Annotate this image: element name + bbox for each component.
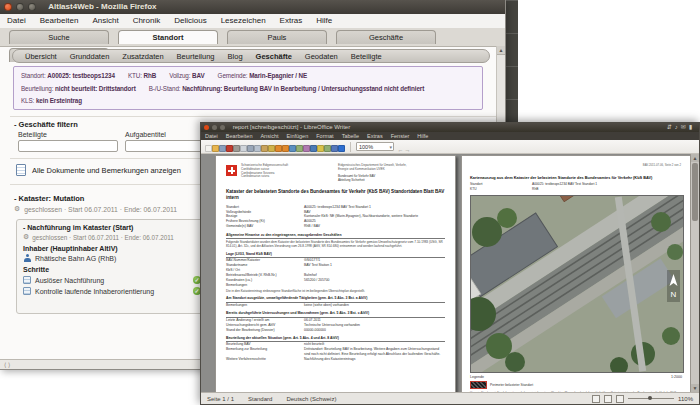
- menu-item[interactable]: Extras: [273, 14, 310, 28]
- document-area: Schweizerische EidgenossenschaftConfédér…: [201, 154, 699, 392]
- field-row: Stand der Bearbeitung (Dossier)00000-000…: [226, 328, 445, 333]
- page-indicator[interactable]: Seite 1 / 1: [207, 396, 234, 402]
- maximize-button[interactable]: [220, 125, 225, 130]
- perimeter-swatch: [470, 381, 487, 389]
- aufgabentitel-label: Aufgabentitel: [125, 131, 166, 138]
- single-page-view-icon[interactable]: [592, 395, 600, 403]
- export-pdf-icon[interactable]: [226, 145, 233, 152]
- new-document-icon[interactable]: [205, 145, 212, 152]
- legend-item-label: Perimeter belasteter Standort: [490, 383, 533, 387]
- subnav-item[interactable]: Blog: [228, 52, 243, 61]
- menu-item[interactable]: Lesezeichen: [214, 14, 273, 28]
- print-icon[interactable]: [233, 145, 240, 152]
- menu-item[interactable]: Bearbeiten: [33, 14, 86, 28]
- minimize-button[interactable]: [16, 3, 24, 11]
- print-preview-icon[interactable]: [240, 145, 247, 152]
- writer-titlebar[interactable]: report [schreibgeschützt] - LibreOffice …: [201, 123, 699, 132]
- aerial-photo: N: [470, 195, 684, 373]
- department-lines: Eidgenössisches Departement für Umwelt, …: [338, 164, 407, 172]
- writer-scrollbar[interactable]: ▲ ▼: [690, 154, 699, 392]
- menu-item[interactable]: Hilfe: [309, 14, 339, 28]
- zoom-slider[interactable]: [628, 398, 674, 399]
- minimize-button[interactable]: [212, 125, 217, 130]
- document-title: Kataster der belasteten Standorte des Bu…: [226, 189, 445, 201]
- style-indicator[interactable]: Standard: [248, 396, 272, 402]
- kataster-status-text: geschlossen · Start 06.07.2011 · Ende: 0…: [24, 206, 177, 213]
- browser-tab[interactable]: Pauls: [227, 30, 327, 44]
- close-button[interactable]: [204, 125, 209, 130]
- all-documents-link-label: Alle Dokumente und Bemerkungen anzeigen: [32, 166, 181, 175]
- redo-icon[interactable]: [282, 145, 289, 152]
- book-view-icon[interactable]: [616, 395, 624, 403]
- find-icon[interactable]: [310, 145, 317, 152]
- gear-icon: ⚙: [14, 205, 20, 213]
- back-icon[interactable]: ←: [397, 147, 404, 154]
- menu-item[interactable]: Extras: [363, 132, 387, 140]
- field-row: Weitere VerfahrensschritteNachführung de…: [226, 357, 445, 362]
- filter-section-title[interactable]: - Geschäfte filtern: [14, 120, 78, 129]
- subnav-item[interactable]: Beurteilung: [177, 52, 215, 61]
- hyperlink-icon[interactable]: [289, 145, 296, 152]
- firefox-titlebar[interactable]: Altlast4Web - Mozilla Firefox: [0, 0, 505, 14]
- subnav-item[interactable]: Grunddaten: [70, 52, 110, 61]
- menu-item[interactable]: Ansicht: [85, 14, 125, 28]
- scrollbar-thumb[interactable]: [692, 163, 698, 221]
- scroll-up-icon[interactable]: ▲: [497, 46, 505, 55]
- writer-window: report [schreibgeschützt] - LibreOffice …: [200, 122, 700, 405]
- table-icon[interactable]: [296, 145, 303, 152]
- subnav-item[interactable]: Geodaten: [305, 52, 338, 61]
- cut-icon[interactable]: [247, 145, 254, 152]
- all-documents-link[interactable]: Alle Dokumente und Bemerkungen anzeigen: [16, 164, 181, 176]
- zoom-level[interactable]: 110%: [678, 396, 693, 402]
- indicator-icons[interactable]: ⇵♪✉▮: [667, 123, 695, 132]
- copy-icon[interactable]: [254, 145, 261, 152]
- subnav-item[interactable]: Beteiligte: [351, 52, 382, 61]
- indicator-icon[interactable]: ⇵: [667, 124, 675, 130]
- gallery-icon[interactable]: [324, 145, 331, 152]
- pdf-page-1: Schweizerische EidgenossenschaftConfédér…: [215, 155, 456, 392]
- maximize-button[interactable]: [28, 3, 36, 11]
- language-indicator[interactable]: Deutsch (Schweiz): [286, 396, 336, 402]
- open-icon[interactable]: [212, 145, 219, 152]
- browser-tab[interactable]: Geschäfte: [336, 30, 436, 44]
- info-line-2: Beurteilung: nicht beurteilt: Drittstand…: [21, 83, 475, 96]
- subnav-item[interactable]: Zusatzdaten: [122, 52, 163, 61]
- zoom-icon[interactable]: [331, 145, 338, 152]
- office-lines: Bundesamt für Verkehr BAVAbteilung Siche…: [338, 175, 375, 183]
- task-icon: [23, 276, 31, 284]
- indicator-icon[interactable]: ✉: [681, 124, 689, 130]
- save-icon[interactable]: [219, 145, 226, 152]
- schritte-label: Schritte: [23, 266, 201, 273]
- subnav-item[interactable]: Geschäfte: [256, 52, 292, 61]
- schritt-row[interactable]: Kontrolle laufende Inhaberorientierung ✓: [23, 287, 201, 295]
- close-button[interactable]: [4, 3, 12, 11]
- subnav-item[interactable]: Übersicht: [25, 52, 57, 61]
- paste-icon[interactable]: [261, 145, 268, 152]
- forward-icon[interactable]: →: [404, 147, 411, 154]
- menu-item[interactable]: Delicious: [167, 14, 213, 28]
- legend-item: Perimeter belasteter Standort: [470, 381, 682, 389]
- zoom-combobox[interactable]: 100%: [356, 142, 394, 151]
- schritt-row[interactable]: Auslöser Nachführung ✓: [23, 276, 201, 284]
- multi-page-view-icon[interactable]: [604, 395, 612, 403]
- indicator-icon[interactable]: ▮: [689, 124, 695, 130]
- menu-item[interactable]: Hilfe: [413, 132, 432, 140]
- drawing-icon[interactable]: [303, 145, 310, 152]
- inhaber-row[interactable]: Rhätische Bahn AG (RhB): [23, 254, 201, 262]
- navigator-icon[interactable]: [317, 145, 324, 152]
- scroll-up-icon[interactable]: ▲: [691, 154, 699, 162]
- format-paintbrush-icon[interactable]: [268, 145, 275, 152]
- menu-item[interactable]: Chronik: [126, 14, 168, 28]
- browser-tab[interactable]: Suche: [9, 30, 109, 44]
- scroll-down-icon[interactable]: ▼: [691, 384, 699, 392]
- document-fields: StandortA00025: testbeops1234 BAV Test S…: [226, 205, 445, 362]
- browser-tab[interactable]: Standort: [118, 30, 218, 44]
- kataster-section-title[interactable]: - Kataster: Mutation: [14, 194, 84, 203]
- beteiligte-input[interactable]: [18, 140, 118, 152]
- confederation-lines: Schweizerische EidgenossenschaftConfédér…: [241, 164, 288, 179]
- svg-text:N: N: [671, 290, 677, 299]
- undo-icon[interactable]: [275, 145, 282, 152]
- nachfuehrung-title[interactable]: - Nachführung im Kataster (Start): [23, 224, 201, 231]
- menu-item[interactable]: Datei: [0, 14, 33, 28]
- help-icon[interactable]: [338, 145, 345, 152]
